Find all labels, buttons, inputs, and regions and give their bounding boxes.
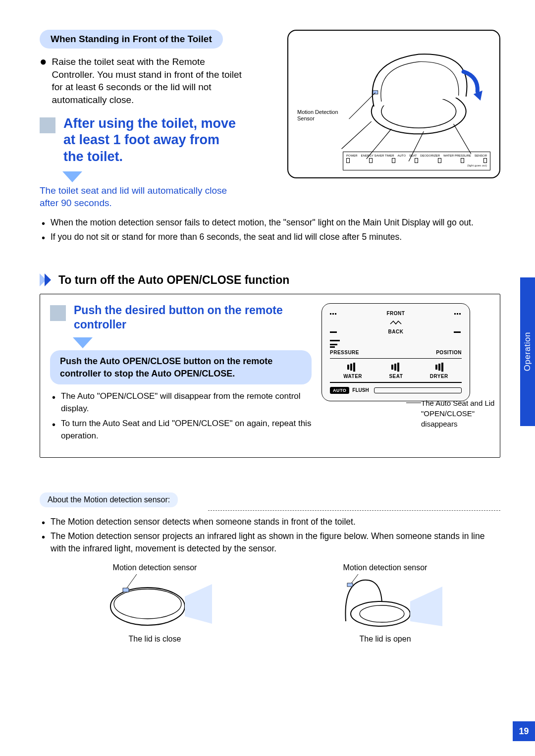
lid-open-icon [328,574,442,629]
remote-controller-icon: FRONT BACK [321,303,470,401]
manual-page: Operation 19 Motion Detection Sensor POW… [0,0,535,756]
svg-line-10 [127,574,137,588]
motion-sensor-label: About the Motion detection sensor: [40,492,178,507]
diagram-sensor-label: Motion Detection Sensor [297,109,352,122]
down-arrow-icon [73,337,312,348]
remote-note: The Auto Seat and Lid "OPEN/CLOSE" disap… [421,398,505,429]
pill-standing: When Standing in Front of the Toilet [40,30,223,49]
svg-rect-18 [347,583,353,587]
figure-lid-closed: Motion detection sensor The lid is close [98,563,212,644]
motion-bullet-1: The Motion detection sensor detects when… [40,516,500,528]
pill-push-auto: Push the Auto OPEN/CLOSE button on the r… [50,350,312,384]
section2-notes: The Auto "OPEN/CLOSE" will disappear fro… [50,390,312,442]
motion-bullets: The Motion detection sensor detects when… [40,516,500,555]
svg-line-4 [349,93,375,119]
auto-flush-row: AUTO FLUSH [330,387,462,394]
step-push-button: Push the desired button on the remote co… [50,303,312,332]
svg-marker-7 [45,273,51,286]
svg-rect-3 [373,91,378,94]
toilet-diagram: Motion Detection Sensor POWER ENERGY SAV… [287,30,500,178]
page-number: 19 [513,721,535,741]
note-repeat: To turn the Auto Seat and Lid "OPEN/CLOS… [50,418,312,442]
svg-marker-8 [73,337,93,348]
svg-marker-5 [62,171,82,182]
chevron-right-icon [40,273,53,286]
position-indicator-icon [389,319,402,325]
lid-closed-icon [98,574,212,629]
side-tab-operation: Operation [520,277,535,426]
side-tab-label: Operation [523,332,533,371]
step-marker-icon [50,305,66,321]
main-unit-display: POWER ENERGY SAVER TIMER AUTO SEAT DEODO… [343,152,490,170]
motion-bullet-2: The Motion detection sensor projects an … [40,530,500,555]
section-turn-off-heading: To turn off the Auto OPEN/CLOSE function [40,273,500,287]
svg-rect-13 [123,588,129,592]
bullet-raise-seat: ● Raise the toilet seat with the Remote … [40,55,243,107]
section-standing: When Standing in Front of the Toilet ● R… [40,30,243,210]
note-sensor-light: When the motion detection sensor fails t… [40,216,500,229]
sensor-figures: Motion detection sensor The lid is close… [40,563,500,644]
svg-point-12 [114,589,181,619]
auto-close-note: The toilet seat and lid will automatical… [40,184,238,210]
down-arrow-icon [62,171,243,182]
step-move-away: After using the toilet, move at least 1 … [40,115,243,165]
bullet-dot-icon: ● [40,55,47,107]
step-marker-icon [40,117,55,133]
svg-marker-14 [185,584,212,624]
svg-point-17 [360,605,404,622]
note-disappear: The Auto "OPEN/CLOSE" will disappear fro… [50,390,312,415]
note-5-minutes: If you do not sit or stand for more than… [40,231,500,243]
callout-line-icon [406,400,421,406]
figure-lid-open: Motion detection sensor The lid is open [328,563,442,644]
section2-box: Push the desired button on the remote co… [40,294,500,458]
remote-diagram: FRONT BACK [321,303,490,401]
dashed-separator [208,510,500,511]
svg-marker-19 [410,587,442,626]
section1-notes: When the motion detection sensor fails t… [40,216,500,244]
